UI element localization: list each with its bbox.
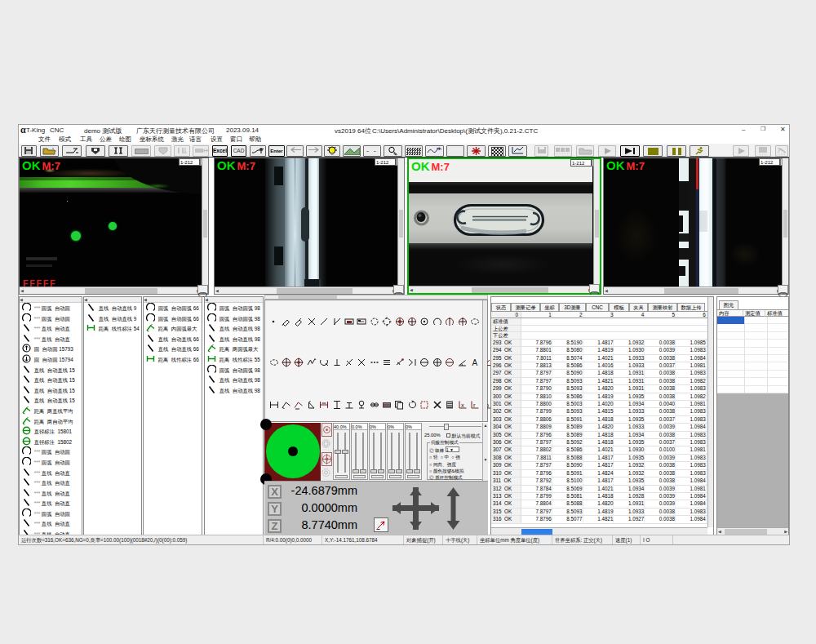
svg-text:x: x	[461, 401, 464, 408]
svg-text:r: r	[473, 401, 476, 408]
svg-text:A: A	[472, 358, 477, 367]
